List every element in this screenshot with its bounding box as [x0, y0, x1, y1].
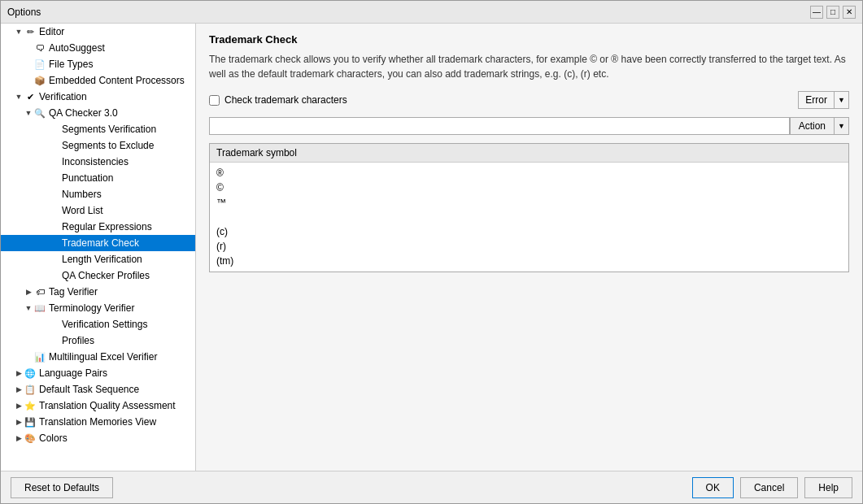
expand-arrow-task — [14, 385, 24, 394]
sidebar-item-tag-verifier[interactable]: 🏷 Tag Verifier — [1, 284, 195, 300]
qa-profiles-label: QA Checker Profiles — [62, 270, 150, 281]
expand-arrow-editor — [14, 27, 24, 37]
seg-exc-label: Segments to Exclude — [62, 140, 154, 151]
numbers-label: Numbers — [62, 189, 102, 200]
sidebar-item-segments-exclude[interactable]: Segments to Exclude — [1, 137, 195, 154]
check-trademark-checkbox[interactable] — [209, 95, 220, 106]
sidebar-item-regular-expressions[interactable]: Regular Expressions — [1, 219, 195, 235]
title-bar-controls: — □ ✕ — [810, 6, 856, 19]
error-dropdown-button[interactable]: Error ▼ — [798, 91, 849, 109]
content-panel: Trademark Check The trademark check allo… — [196, 24, 862, 471]
sidebar-item-filetypes[interactable]: 📄 File Types — [1, 56, 195, 72]
help-button[interactable]: Help — [804, 477, 852, 498]
tqa-icon: ⭐ — [24, 399, 37, 412]
expand-arrow-tqa — [14, 401, 24, 411]
verification-label: Verification — [39, 91, 87, 102]
minimize-button[interactable]: — — [810, 6, 823, 19]
expand-arrow-colors — [14, 433, 24, 443]
tqa-label: Translation Quality Assessment — [39, 400, 176, 411]
language-label: Language Pairs — [39, 367, 107, 379]
sidebar-item-verification[interactable]: ✔ Verification — [1, 89, 195, 105]
bottom-bar: Reset to Defaults OK Cancel Help — [1, 471, 862, 503]
sidebar-item-length-verification[interactable]: Length Verification — [1, 251, 195, 267]
wordlist-label: Word List — [62, 205, 102, 216]
incon-label: Inconsistencies — [62, 156, 129, 167]
language-icon: 🌐 — [24, 367, 37, 380]
sidebar-item-editor[interactable]: ✏ Editor — [1, 24, 195, 40]
sidebar-item-language-pairs[interactable]: 🌐 Language Pairs — [1, 365, 195, 381]
trademark-row-empty — [216, 210, 842, 224]
trademark-row-tm: ™ — [216, 195, 842, 210]
filetypes-label: File Types — [49, 59, 93, 70]
error-dropdown-arrow-icon: ▼ — [834, 92, 848, 108]
tm-label: Translation Memories View — [39, 416, 156, 428]
sidebar-item-qa-profiles[interactable]: QA Checker Profiles — [1, 267, 195, 284]
autosuggest-icon: 🗨 — [33, 41, 46, 54]
qa-label: QA Checker 3.0 — [49, 107, 118, 119]
sidebar-item-autosuggest[interactable]: 🗨 AutoSuggest — [1, 40, 195, 56]
sidebar: ✏ Editor 🗨 AutoSuggest 📄 File Types 📦 Em… — [1, 24, 196, 471]
trademark-icon — [46, 237, 59, 250]
regex-icon — [46, 220, 59, 233]
sidebar-item-colors[interactable]: 🎨 Colors — [1, 430, 195, 446]
sidebar-item-word-list[interactable]: Word List — [1, 202, 195, 219]
sidebar-item-numbers[interactable]: Numbers — [1, 186, 195, 202]
trademark-table-header: Trademark symbol — [210, 144, 848, 163]
trademark-table: Trademark symbol ® © ™ (c) (r) (tm) — [209, 143, 849, 272]
content-title: Trademark Check — [209, 33, 849, 46]
sidebar-item-terminology-verifier[interactable]: 📖 Terminology Verifier — [1, 300, 195, 316]
terminology-icon: 📖 — [33, 302, 46, 315]
sidebar-item-profiles[interactable]: Profiles — [1, 332, 195, 349]
seg-exc-icon — [46, 139, 59, 152]
sidebar-item-tqa[interactable]: ⭐ Translation Quality Assessment — [1, 398, 195, 414]
trademark-input[interactable] — [209, 117, 790, 135]
sidebar-item-embedded-content[interactable]: 📦 Embedded Content Processors — [1, 72, 195, 89]
sidebar-item-qa-checker[interactable]: 🔍 QA Checker 3.0 — [1, 105, 195, 121]
editor-label: Editor — [39, 26, 64, 37]
trademark-table-body: ® © ™ (c) (r) (tm) — [210, 163, 848, 272]
close-button[interactable]: ✕ — [843, 6, 856, 19]
error-dropdown-value: Error — [799, 92, 834, 108]
length-icon — [46, 253, 59, 266]
sidebar-item-inconsistencies[interactable]: Inconsistencies — [1, 154, 195, 170]
expand-arrow-terminology — [24, 303, 33, 313]
main-content: ✏ Editor 🗨 AutoSuggest 📄 File Types 📦 Em… — [1, 24, 862, 471]
ok-button[interactable]: OK — [692, 477, 734, 498]
action-button[interactable]: Action ▼ — [790, 117, 849, 135]
tm-icon: 💾 — [24, 415, 37, 428]
sidebar-item-punctuation[interactable]: Punctuation — [1, 170, 195, 186]
numbers-icon — [46, 188, 59, 201]
reset-defaults-button[interactable]: Reset to Defaults — [11, 477, 113, 498]
qa-icon: 🔍 — [33, 106, 46, 119]
autosuggest-label: AutoSuggest — [49, 42, 105, 54]
cancel-button[interactable]: Cancel — [740, 477, 798, 498]
filetypes-icon: 📄 — [33, 58, 46, 71]
wordlist-icon — [46, 204, 59, 217]
expand-arrow-language — [14, 368, 24, 378]
options-window: Options — □ ✕ ✏ Editor 🗨 AutoSuggest — [0, 0, 863, 504]
expand-arrow-qa — [24, 108, 33, 118]
error-dropdown: Error ▼ — [798, 91, 849, 109]
sidebar-item-verification-settings[interactable]: Verification Settings — [1, 316, 195, 332]
colors-label: Colors — [39, 432, 68, 444]
sidebar-item-multilingual-excel[interactable]: 📊 Multilingual Excel Verifier — [1, 349, 195, 365]
tag-label: Tag Verifier — [49, 286, 98, 298]
action-dropdown-arrow-icon: ▼ — [834, 118, 848, 134]
maximize-button[interactable]: □ — [826, 6, 839, 19]
sidebar-item-trademark-check[interactable]: Trademark Check — [1, 235, 195, 251]
seg-ver-label: Segments Verification — [62, 124, 156, 135]
sidebar-item-default-task[interactable]: 📋 Default Task Sequence — [1, 381, 195, 398]
expand-arrow-tm — [14, 417, 24, 427]
expand-arrow-tag — [24, 287, 33, 297]
editor-icon: ✏ — [24, 25, 37, 38]
check-trademark-label: Check trademark characters — [224, 94, 347, 106]
seg-ver-icon — [46, 123, 59, 136]
bottom-right: OK Cancel Help — [692, 477, 852, 498]
sidebar-item-segments-verification[interactable]: Segments Verification — [1, 121, 195, 137]
sidebar-item-translation-memories[interactable]: 💾 Translation Memories View — [1, 414, 195, 430]
action-button-label: Action — [791, 118, 834, 134]
punct-icon — [46, 172, 59, 185]
trademark-row-copyright: © — [216, 180, 842, 195]
colors-icon: 🎨 — [24, 432, 37, 445]
ver-settings-label: Verification Settings — [62, 319, 147, 330]
